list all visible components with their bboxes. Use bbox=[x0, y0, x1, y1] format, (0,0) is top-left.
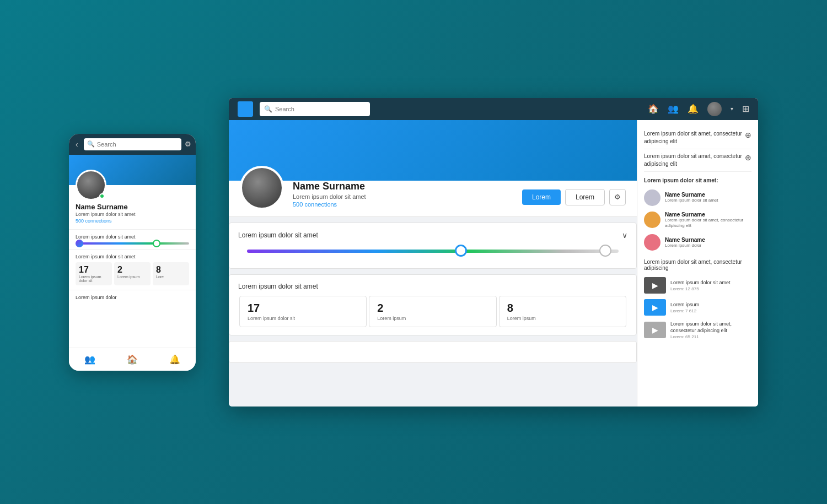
phone-lorem-text: Lorem ipsum dolor bbox=[76, 295, 189, 300]
sidebar-item-1-text: Lorem ipsum dolor sit amet, consectetur … bbox=[644, 130, 743, 145]
scene: ‹ 🔍 ⚙ Name Surname Lorem ipsum dolor sit… bbox=[69, 98, 758, 407]
sidebar-person-1-name: Name Surname bbox=[665, 212, 751, 218]
phone-stat-2-number: 8 bbox=[156, 265, 186, 275]
phone-slider-thumb-left[interactable] bbox=[76, 240, 83, 247]
sidebar-section2-title: Lorem ipsum dolor sit amet, consectetur … bbox=[644, 259, 751, 271]
desktop-stat-0-label: Lorem ipsum dolor sit bbox=[248, 316, 358, 321]
sidebar-plus-icon-1[interactable]: ⊕ bbox=[745, 130, 751, 141]
desktop-slider-card-header: Lorem ipsum dolor sit amet ∨ bbox=[238, 231, 627, 240]
desktop-topbar: 🔍 🏠 👥 🔔 ▾ ⊞ bbox=[229, 98, 758, 120]
phone-slider-track[interactable] bbox=[76, 242, 189, 245]
phone-nav-people-icon[interactable]: 👥 bbox=[84, 354, 95, 365]
desktop-search-input[interactable] bbox=[275, 106, 366, 112]
phone-stat-0: 17 Lorem ipsum dolor sit bbox=[76, 262, 112, 285]
sidebar-item-2-text: Lorem ipsum dolor sit amet, consectetur … bbox=[644, 153, 743, 168]
sidebar-person-2-info: Name Surname Lorem ipsum dolor bbox=[665, 237, 705, 248]
sidebar-video-1[interactable]: ▶ Lorem ipsum Lorem: 7 612 bbox=[644, 296, 751, 318]
sidebar-person-0-sub: Lorem ipsum dolor sit amet bbox=[665, 198, 718, 203]
phone-device: ‹ 🔍 ⚙ Name Surname Lorem ipsum dolor sit… bbox=[69, 134, 196, 371]
desktop-secondary-button[interactable]: Lorem bbox=[565, 189, 605, 205]
sidebar-person-0[interactable]: Name Surname Lorem ipsum dolor sit amet bbox=[644, 187, 751, 209]
sidebar-video-2[interactable]: ▶ Lorem ipsum dolor sit amet, consectetu… bbox=[644, 318, 751, 342]
desktop-profile-name: Name Surname bbox=[293, 181, 513, 192]
sidebar-section1-title: Lorem ipsum dolor sit amet: bbox=[644, 177, 751, 183]
phone-avatar-wrap bbox=[76, 170, 106, 200]
phone-stat-1: 2 Lorem ipsum bbox=[114, 262, 151, 285]
phone-slider bbox=[76, 242, 189, 245]
desktop-stat-1-number: 2 bbox=[377, 302, 488, 315]
phone-stat-0-label: Lorem ipsum dolor sit bbox=[79, 275, 109, 283]
desktop-grid-icon[interactable]: ⊞ bbox=[742, 104, 749, 114]
desktop-profile-info: Name Surname Lorem ipsum dolor sit amet … bbox=[293, 181, 513, 210]
sidebar-video-2-title: Lorem ipsum dolor sit amet, consectetur … bbox=[670, 321, 751, 334]
sidebar-plus-icon-2[interactable]: ⊕ bbox=[745, 153, 751, 164]
desktop-stat-2: 8 Lorem ipsum bbox=[499, 296, 626, 327]
desktop-bell-icon[interactable]: 🔔 bbox=[688, 104, 699, 114]
desktop-stats-card: Lorem ipsum dolor sit amet 17 Lorem ipsu… bbox=[229, 274, 637, 335]
desktop-stat-0-number: 17 bbox=[248, 302, 358, 315]
sidebar-person-2[interactable]: Name Surname Lorem ipsum dolor bbox=[644, 231, 751, 253]
desktop-slider-circle[interactable] bbox=[599, 245, 611, 257]
phone-stats-title: Lorem ipsum dolor sit amet bbox=[76, 254, 189, 259]
sidebar-video-0-sub: Lorem: 12 875 bbox=[670, 286, 731, 291]
phone-connections[interactable]: 500 connections bbox=[76, 218, 189, 224]
sidebar-person-0-avatar bbox=[644, 189, 660, 206]
desktop-profile-subtitle: Lorem ipsum dolor sit amet bbox=[293, 193, 513, 200]
phone-stats-row: 17 Lorem ipsum dolor sit 2 Lorem ipsum 8… bbox=[76, 262, 189, 285]
phone-slider-thumb-right[interactable] bbox=[153, 240, 160, 247]
desktop-slider-card: Lorem ipsum dolor sit amet ∨ bbox=[229, 223, 637, 269]
sidebar-person-1[interactable]: Name Surname Lorem ipsum dolor sit amet,… bbox=[644, 209, 751, 232]
phone-slider-title: Lorem ipsum dolor sit amet bbox=[76, 234, 189, 240]
desktop-gear-button[interactable]: ⚙ bbox=[609, 189, 626, 205]
desktop-user-avatar[interactable] bbox=[707, 102, 722, 116]
phone-gear-icon[interactable]: ⚙ bbox=[185, 140, 191, 148]
desktop-logo[interactable] bbox=[238, 101, 253, 117]
phone-stat-2: 8 Lore bbox=[153, 262, 189, 285]
desktop-chevron-icon[interactable]: ∨ bbox=[622, 231, 627, 240]
desktop-stats-card-title: Lorem ipsum dolor sit amet bbox=[238, 283, 318, 290]
sidebar-play-icon-0: ▶ bbox=[652, 281, 658, 290]
desktop-nav-icons: 🏠 👥 🔔 ▾ ⊞ bbox=[648, 102, 749, 116]
phone-back-button[interactable]: ‹ bbox=[73, 139, 80, 150]
sidebar-person-0-name: Name Surname bbox=[665, 192, 718, 198]
desktop-profile-connections[interactable]: 500 connections bbox=[293, 201, 513, 208]
desktop-stat-0: 17 Lorem ipsum dolor sit bbox=[239, 296, 367, 327]
phone-nav-bell-icon[interactable]: 🔔 bbox=[169, 354, 180, 365]
phone-stat-1-label: Lorem ipsum bbox=[117, 275, 147, 279]
phone-nav-home-icon[interactable]: 🏠 bbox=[127, 354, 138, 365]
sidebar-play-icon-2: ▶ bbox=[652, 326, 658, 334]
desktop-home-icon[interactable]: 🏠 bbox=[648, 104, 659, 114]
sidebar-person-2-avatar bbox=[644, 234, 660, 251]
sidebar-video-2-info: Lorem ipsum dolor sit amet, consectetur … bbox=[670, 321, 751, 339]
desktop-search-icon: 🔍 bbox=[264, 105, 272, 113]
desktop-slider-track[interactable] bbox=[247, 250, 619, 253]
desktop-stats-row: 17 Lorem ipsum dolor sit 2 Lorem ipsum 8… bbox=[238, 296, 627, 327]
desktop-search-bar: 🔍 bbox=[260, 102, 370, 116]
desktop-primary-button[interactable]: Lorem bbox=[522, 189, 561, 205]
sidebar-video-0[interactable]: ▶ Lorem ipsum dolor sit amet Lorem: 12 8… bbox=[644, 274, 751, 296]
sidebar-person-0-info: Name Surname Lorem ipsum dolor sit amet bbox=[665, 192, 718, 203]
desktop-profile-bar: Name Surname Lorem ipsum dolor sit amet … bbox=[229, 181, 637, 217]
phone-search-input[interactable] bbox=[97, 141, 178, 148]
sidebar-video-1-sub: Lorem: 7 612 bbox=[670, 308, 699, 313]
sidebar-person-1-sub: Lorem ipsum dolor sit amet, consectetur … bbox=[665, 218, 751, 229]
phone-profile-name: Name Surname bbox=[76, 203, 189, 211]
sidebar-video-0-thumb: ▶ bbox=[644, 277, 666, 294]
desktop-people-icon[interactable]: 👥 bbox=[668, 104, 679, 114]
phone-topbar: ‹ 🔍 ⚙ bbox=[69, 134, 196, 155]
desktop-stat-1: 2 Lorem ipsum bbox=[369, 296, 496, 327]
sidebar-video-1-title: Lorem ipsum bbox=[670, 302, 699, 308]
desktop-profile-actions: Lorem Lorem ⚙ bbox=[522, 189, 626, 210]
phone-stat-2-label: Lore bbox=[156, 275, 186, 279]
sidebar-person-2-name: Name Surname bbox=[665, 237, 705, 243]
desktop-slider-thumb[interactable] bbox=[455, 245, 467, 257]
sidebar-video-2-thumb: ▶ bbox=[644, 322, 666, 338]
desktop-avatar[interactable] bbox=[240, 166, 284, 210]
phone-stat-0-number: 17 bbox=[79, 265, 109, 275]
desktop-device: 🔍 🏠 👥 🔔 ▾ ⊞ bbox=[229, 98, 758, 407]
desktop-caret-icon[interactable]: ▾ bbox=[731, 106, 733, 112]
phone-slider-section: Lorem ipsum dolor sit amet bbox=[69, 230, 196, 250]
phone-search-icon: 🔍 bbox=[87, 140, 95, 148]
phone-search-bar: 🔍 bbox=[84, 138, 181, 150]
phone-stats-section: Lorem ipsum dolor sit amet 17 Lorem ipsu… bbox=[69, 250, 196, 290]
